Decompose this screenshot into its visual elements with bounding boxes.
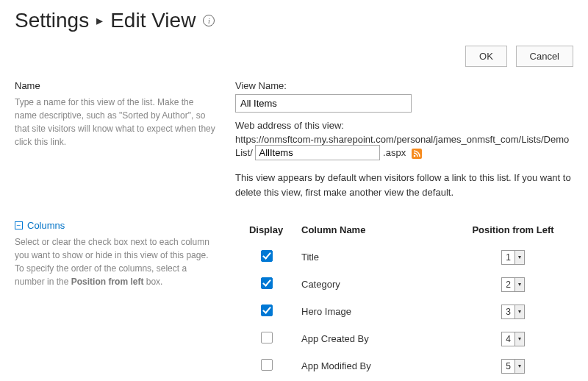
column-name: App Created By <box>297 326 453 352</box>
table-row: Title1▾ <box>237 244 572 270</box>
name-section-desc: Type a name for this view of the list. M… <box>15 96 218 149</box>
header-position: Position from Left <box>454 221 572 243</box>
name-section: Name Type a name for this view of the li… <box>15 80 573 199</box>
default-view-note: This view appears by default when visito… <box>235 171 573 199</box>
column-name: Hero Image <box>297 299 453 324</box>
breadcrumb-current: Edit View <box>110 9 196 32</box>
position-select[interactable]: 4▾ <box>501 332 525 346</box>
display-checkbox[interactable] <box>261 305 273 316</box>
ok-button[interactable]: OK <box>465 46 507 67</box>
display-checkbox[interactable] <box>261 250 273 262</box>
position-value: 5 <box>502 360 515 373</box>
position-select[interactable]: 5▾ <box>501 359 525 374</box>
columns-table: Display Column Name Position from Left T… <box>235 220 573 381</box>
action-buttons: OK Cancel <box>15 46 573 67</box>
position-select[interactable]: 1▾ <box>501 250 525 265</box>
chevron-down-icon[interactable]: ▾ <box>515 305 524 318</box>
columns-section-title[interactable]: Columns <box>27 220 65 231</box>
table-row: Category2▾ <box>237 271 572 297</box>
chevron-down-icon[interactable]: ▾ <box>515 251 524 264</box>
columns-section: − Columns Select or clear the check box … <box>15 220 573 381</box>
breadcrumb-parent[interactable]: Settings <box>15 9 89 32</box>
svg-point-0 <box>413 154 415 157</box>
chevron-down-icon[interactable]: ▾ <box>515 360 524 373</box>
columns-section-desc: Select or clear the check box next to ea… <box>15 235 218 288</box>
url-file-input[interactable] <box>255 145 380 160</box>
column-name: App Modified By <box>297 353 453 379</box>
table-row: Hero Image3▾ <box>237 299 572 324</box>
rss-icon[interactable] <box>412 149 422 159</box>
cancel-button[interactable]: Cancel <box>516 46 573 67</box>
column-name: Title <box>297 244 453 270</box>
chevron-down-icon[interactable]: ▾ <box>515 332 524 346</box>
breadcrumb: Settings ▸ Edit View i <box>15 9 573 32</box>
info-icon[interactable]: i <box>203 15 215 26</box>
position-value: 1 <box>502 251 515 264</box>
view-name-label: View Name: <box>235 80 573 91</box>
view-name-input[interactable] <box>235 94 412 113</box>
position-select[interactable]: 2▾ <box>501 277 525 292</box>
position-value: 3 <box>502 305 515 318</box>
display-checkbox[interactable] <box>261 332 273 343</box>
column-name: Category <box>297 271 453 297</box>
table-row: App Modified By5▾ <box>237 353 572 379</box>
position-select[interactable]: 3▾ <box>501 305 525 319</box>
chevron-down-icon[interactable]: ▾ <box>515 278 524 291</box>
table-row: App Created By4▾ <box>237 326 572 352</box>
header-column-name: Column Name <box>297 221 453 243</box>
display-checkbox[interactable] <box>261 277 273 289</box>
chevron-right-icon: ▸ <box>96 13 103 29</box>
display-checkbox[interactable] <box>261 359 273 371</box>
web-address-label: Web address of this view: <box>235 120 573 131</box>
name-section-title: Name <box>15 80 218 91</box>
header-display: Display <box>237 221 295 243</box>
position-value: 4 <box>502 332 515 346</box>
url-ext: .aspx <box>383 147 406 158</box>
collapse-icon[interactable]: − <box>15 221 23 229</box>
position-value: 2 <box>502 278 515 291</box>
